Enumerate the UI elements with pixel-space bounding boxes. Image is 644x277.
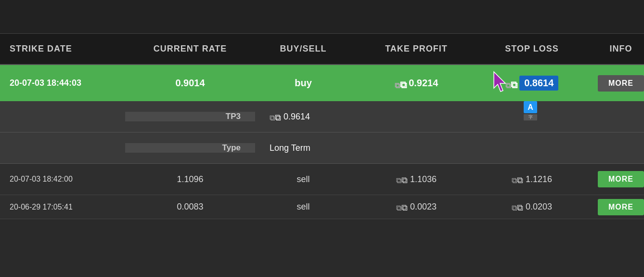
row3-take-profit-value: 0.0023	[410, 202, 437, 211]
row1-info: MORE	[582, 75, 644, 92]
table-header: STRIKE DATE CURRENT RATE BUY/SELL TAKE P…	[0, 34, 644, 65]
row3-strike-date: 20-06-29 17:05:41	[0, 203, 125, 211]
row3-current-rate: 0.0083	[125, 202, 255, 212]
header-strike-date: STRIKE DATE	[0, 44, 125, 54]
trade-table: STRIKE DATE CURRENT RATE BUY/SELL TAKE P…	[0, 34, 644, 219]
row2-buy-sell: sell	[255, 174, 351, 185]
row2-strike-date: 20-07-03 18:42:00	[0, 175, 125, 184]
sub-row-type-value: Long Term	[255, 143, 351, 153]
row2-sl-copy-icon[interactable]: ⧉	[512, 175, 520, 184]
row3-take-profit: ⧉ 0.0023	[351, 202, 481, 212]
row1-buy-sell: buy	[255, 78, 351, 89]
translate-a-icon: A	[524, 101, 537, 113]
row2-stop-loss: ⧉ 1.1216	[481, 174, 582, 185]
translate-icon: A 字	[524, 101, 543, 120]
header-current-rate: CURRENT RATE	[125, 44, 255, 54]
row2-tp-copy-icon[interactable]: ⧉	[396, 175, 405, 184]
row-1-wrapper: 20-07-03 18:44:03 0.9014 buy ⧉ 0.9214 ⧉ …	[0, 65, 644, 101]
row3-tp-copy-icon[interactable]: ⧉	[396, 203, 405, 211]
row3-stop-loss: ⧉ 0.0203	[481, 202, 582, 212]
take-profit-copy-icon[interactable]: ⧉	[395, 79, 403, 88]
row2-more-button[interactable]: MORE	[598, 171, 644, 187]
row1-take-profit: ⧉ 0.9214	[351, 78, 481, 89]
top-bar	[0, 0, 644, 34]
stop-loss-copy-icon[interactable]: ⧉	[505, 79, 514, 88]
row3-stop-loss-value: 0.0203	[526, 202, 552, 211]
data-row-2: 20-07-03 18:42:00 1.1096 sell ⧉ 1.1036 ⧉…	[0, 164, 644, 195]
row3-buy-sell: sell	[255, 202, 351, 212]
sub-row-tp3-value: ⧉ 0.9614	[255, 112, 351, 122]
row2-take-profit-value: 1.1036	[410, 174, 437, 184]
translate-text-icon: 字	[524, 114, 537, 120]
sub-row-tp3-label: TP3	[125, 112, 255, 121]
sub-row-type: Type Long Term	[0, 132, 644, 164]
main-row-1: 20-07-03 18:44:03 0.9014 buy ⧉ 0.9214 ⧉ …	[0, 65, 644, 101]
header-info: INFO	[582, 44, 644, 54]
row1-stop-loss-value: 0.8614	[519, 76, 558, 91]
row1-strike-date: 20-07-03 18:44:03	[0, 78, 125, 88]
header-take-profit: TAKE PROFIT	[351, 44, 481, 54]
row2-info: MORE	[582, 171, 644, 187]
row2-take-profit: ⧉ 1.1036	[351, 174, 481, 185]
row3-info: MORE	[582, 199, 644, 215]
row3-more-button[interactable]: MORE	[598, 199, 644, 215]
header-stop-loss: STOP LOSS	[481, 44, 582, 54]
data-row-3: 20-06-29 17:05:41 0.0083 sell ⧉ 0.0023 ⧉…	[0, 195, 644, 219]
tp3-value: 0.9614	[283, 112, 310, 121]
row1-more-button[interactable]: MORE	[598, 75, 644, 92]
row1-take-profit-value: 0.9214	[409, 78, 438, 88]
header-buy-sell: BUY/SELL	[255, 44, 351, 54]
sub-row-type-label: Type	[125, 143, 255, 153]
tp3-copy-icon[interactable]: ⧉	[270, 113, 278, 121]
row2-current-rate: 1.1096	[125, 174, 255, 185]
row1-stop-loss: ⧉ 0.8614	[481, 76, 582, 91]
row3-sl-copy-icon[interactable]: ⧉	[512, 203, 520, 211]
row1-current-rate: 0.9014	[125, 78, 255, 89]
sub-row-tp3: TP3 ⧉ 0.9614	[0, 101, 644, 132]
row2-stop-loss-value: 1.1216	[526, 174, 552, 184]
